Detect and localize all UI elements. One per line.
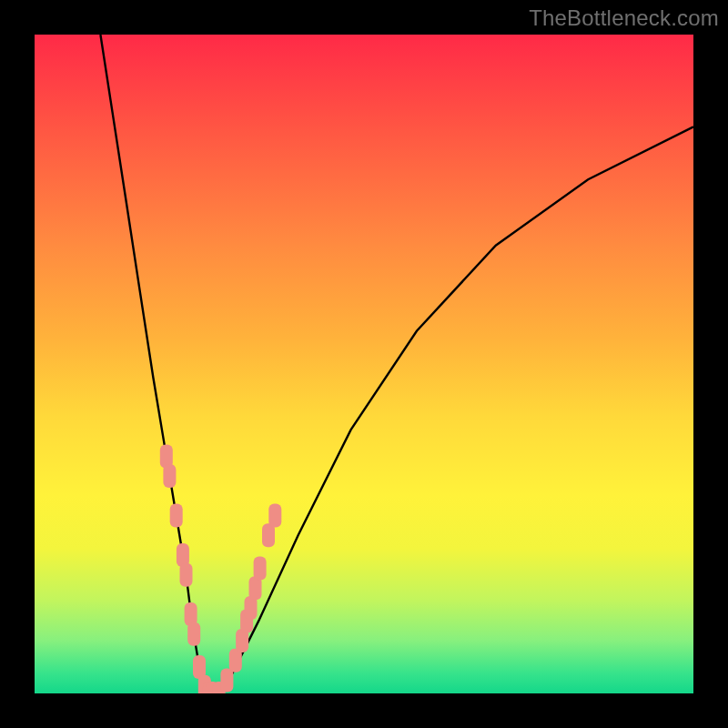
marker-point bbox=[163, 464, 176, 488]
marker-point bbox=[170, 504, 183, 528]
marker-point bbox=[254, 556, 267, 580]
marker-group bbox=[160, 444, 281, 693]
chart-svg bbox=[35, 35, 693, 693]
bottleneck-curve bbox=[100, 35, 693, 693]
chart-frame: TheBottleneck.com bbox=[0, 0, 728, 728]
marker-point bbox=[220, 669, 233, 693]
plot-area bbox=[35, 35, 693, 693]
marker-point bbox=[180, 563, 193, 587]
watermark-text: TheBottleneck.com bbox=[529, 5, 719, 31]
marker-point bbox=[187, 622, 200, 646]
marker-point bbox=[268, 504, 281, 528]
